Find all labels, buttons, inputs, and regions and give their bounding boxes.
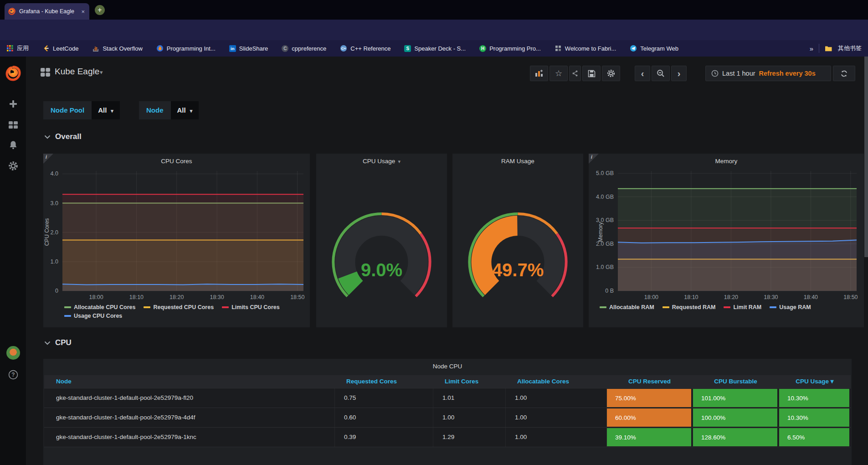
sidebar-user-avatar[interactable] bbox=[0, 343, 26, 363]
legend-item[interactable]: Limit RAM bbox=[724, 304, 761, 310]
page-scrollbar[interactable] bbox=[864, 57, 868, 257]
grafana-sidenav: ? bbox=[0, 57, 26, 465]
colored-cell: 128.60% bbox=[693, 428, 779, 447]
value-cell: 1.29 bbox=[433, 428, 505, 447]
time-back-button[interactable]: ‹ bbox=[635, 66, 650, 81]
time-forward-button[interactable]: › bbox=[671, 66, 687, 81]
sidebar-help-icon[interactable]: ? bbox=[0, 365, 26, 385]
bookmarks-separator bbox=[819, 44, 819, 53]
bookmark-leetcode[interactable]: LeetCode bbox=[42, 45, 78, 52]
add-panel-button[interactable] bbox=[530, 66, 548, 81]
dashboard-settings-button[interactable] bbox=[602, 66, 620, 81]
bookmark-programming-pro[interactable]: HProgramming Pro... bbox=[479, 45, 541, 52]
svg-text:4.0 GB: 4.0 GB bbox=[596, 194, 614, 200]
sidebar-dashboards-icon[interactable] bbox=[0, 115, 26, 135]
legend-item[interactable]: Usage CPU Cores bbox=[64, 313, 122, 319]
browser-tab[interactable]: Grafana - Kube Eagle × bbox=[5, 3, 89, 20]
section-cpu-label: CPU bbox=[55, 338, 72, 347]
linkedin-icon: in bbox=[229, 45, 236, 52]
bookmark-stack-overflow[interactable]: Stack Overflow bbox=[92, 45, 142, 52]
bookmark-label: SlideShare bbox=[239, 45, 268, 52]
speakerdeck-icon: S bbox=[404, 45, 411, 52]
time-range-picker[interactable]: Last 1 hour Refresh every 30s bbox=[705, 66, 831, 81]
legend-label: Allocatable CPU Cores bbox=[74, 304, 135, 310]
telegram-icon bbox=[630, 45, 637, 52]
svg-text:18:30: 18:30 bbox=[764, 294, 778, 300]
column-header-node[interactable]: Node bbox=[44, 375, 334, 388]
legend-label: Limit RAM bbox=[733, 304, 761, 310]
bookmark-apps[interactable]: 应用 bbox=[6, 44, 29, 52]
legend-item[interactable]: Requested CPU Cores bbox=[144, 304, 214, 310]
tab-close-icon[interactable]: × bbox=[80, 8, 86, 15]
column-header-limit-cores[interactable]: Limit Cores bbox=[433, 375, 505, 388]
dashboard-title-caret-icon[interactable]: ▾ bbox=[100, 69, 103, 76]
table-header-row: NodeRequested CoresLimit CoresAllocatabl… bbox=[44, 375, 851, 388]
colored-cell: 60.00% bbox=[606, 408, 693, 427]
section-cpu[interactable]: CPU bbox=[44, 338, 72, 347]
other-bookmarks-label[interactable]: 其他书签 bbox=[838, 44, 862, 52]
dashboard-title[interactable]: Kube Eagle bbox=[55, 67, 99, 77]
colored-cell: 10.30% bbox=[779, 408, 851, 427]
new-tab-button[interactable]: + bbox=[95, 5, 105, 15]
bookmark-cpp-reference[interactable]: C+C++ Reference bbox=[340, 45, 390, 52]
zoom-out-button[interactable] bbox=[652, 66, 670, 81]
panel-title[interactable]: Node CPU bbox=[43, 363, 852, 370]
legend-label: Usage RAM bbox=[779, 304, 811, 310]
legend-item[interactable]: Requested RAM bbox=[663, 304, 716, 310]
cpu-cores-legend: Allocatable CPU CoresRequested CPU Cores… bbox=[64, 304, 306, 319]
sidebar-create-icon[interactable] bbox=[0, 94, 26, 114]
sidebar-configuration-icon[interactable] bbox=[0, 156, 26, 176]
bookmarks-overflow-icon[interactable]: » bbox=[810, 45, 813, 52]
bookmark-slideshare[interactable]: inSlideShare bbox=[229, 45, 268, 52]
legend-item[interactable]: Limits CPU Cores bbox=[222, 304, 280, 310]
svg-text:18:20: 18:20 bbox=[724, 294, 738, 300]
sidebar-alerting-icon[interactable] bbox=[0, 135, 26, 155]
refresh-dashboard-button[interactable] bbox=[833, 66, 855, 81]
svg-text:18:10: 18:10 bbox=[129, 294, 144, 300]
column-header-cpu-reserved[interactable]: CPU Reserved bbox=[606, 375, 693, 388]
bookmark-speaker-deck[interactable]: SSpeaker Deck - S... bbox=[404, 45, 466, 52]
cpu-usage-gauge: 9.0% bbox=[316, 197, 447, 318]
share-dashboard-button[interactable] bbox=[569, 66, 581, 81]
star-dashboard-button[interactable]: ☆ bbox=[550, 66, 568, 81]
column-header-allocatable-cores[interactable]: Allocatable Cores bbox=[505, 375, 606, 388]
bookmark-label: cppreference bbox=[292, 45, 326, 52]
panel-menu-caret-icon: ▾ bbox=[398, 159, 401, 164]
column-header-cpu-burstable[interactable]: CPU Burstable bbox=[693, 375, 779, 388]
bookmark-programming-int[interactable]: Programming Int... bbox=[156, 45, 216, 52]
svg-text:?: ? bbox=[11, 372, 15, 378]
filter-node-pool-value[interactable]: All▾ bbox=[92, 101, 120, 119]
legend-item[interactable]: Allocatable RAM bbox=[600, 304, 654, 310]
value-cell: 0.75 bbox=[334, 388, 433, 408]
browser-tab-strip: Grafana - Kube Eagle × + bbox=[0, 0, 868, 20]
column-header-requested-cores[interactable]: Requested Cores bbox=[334, 375, 433, 388]
svg-text:2.0 GB: 2.0 GB bbox=[596, 241, 614, 247]
gauge-value: 49.7% bbox=[492, 260, 544, 280]
filter-node-pool[interactable]: Node Pool All▾ bbox=[43, 101, 120, 119]
bookmark-cppreference[interactable]: Ccppreference bbox=[282, 45, 326, 52]
legend-item[interactable]: Allocatable CPU Cores bbox=[64, 304, 135, 310]
filter-node-value[interactable]: All▾ bbox=[171, 101, 199, 119]
svg-text:0 B: 0 B bbox=[605, 288, 614, 294]
value-cell: 1.00 bbox=[505, 428, 606, 447]
panel-title[interactable]: RAM Usage bbox=[452, 158, 583, 165]
svg-text:1.0 GB: 1.0 GB bbox=[596, 264, 614, 270]
memory-chart[interactable]: 5.0 GB4.0 GB3.0 GB2.0 GB1.0 GB0 B18:0018… bbox=[589, 154, 864, 327]
bookmark-welcome-to-fabric[interactable]: Welcome to Fabri... bbox=[555, 45, 616, 52]
bookmark-telegram-web[interactable]: Telegram Web bbox=[630, 45, 678, 52]
apps-grid-icon bbox=[6, 45, 14, 52]
legend-item[interactable]: Usage RAM bbox=[770, 304, 811, 310]
filter-node[interactable]: Node All▾ bbox=[139, 101, 199, 119]
filter-node-label: Node bbox=[139, 101, 171, 119]
screen: Grafana - Kube Eagle × + localhost:3000/… bbox=[0, 0, 868, 465]
table-row: gke-standard-cluster-1-default-pool-2e52… bbox=[44, 427, 851, 447]
svg-text:4.0: 4.0 bbox=[51, 170, 58, 177]
cppreference-icon: C bbox=[282, 45, 288, 52]
column-header-cpu-usage[interactable]: CPU Usage ▾ bbox=[779, 375, 851, 388]
panel-title[interactable]: CPU Usage▾ bbox=[316, 158, 447, 165]
save-dashboard-button[interactable] bbox=[582, 66, 601, 81]
cpu-cores-chart[interactable]: 4.03.02.01.0018:0018:1018:2018:3018:4018… bbox=[43, 154, 310, 327]
grafana-logo-icon[interactable] bbox=[0, 62, 26, 85]
section-overall[interactable]: Overall bbox=[44, 132, 82, 141]
legend-swatch bbox=[663, 306, 669, 308]
